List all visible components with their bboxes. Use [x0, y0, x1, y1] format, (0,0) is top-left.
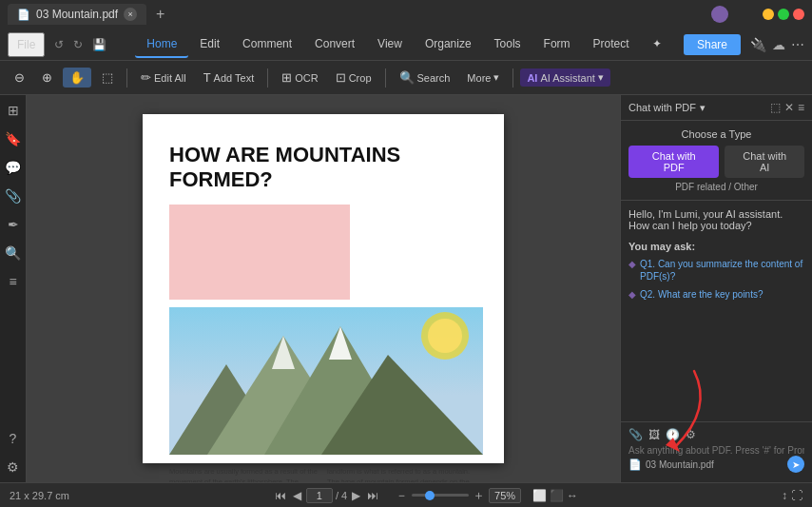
- more-icon[interactable]: ⋯: [791, 37, 804, 52]
- text-icon: T: [203, 70, 211, 85]
- search-icon: 🔍: [399, 70, 415, 85]
- tab-tools[interactable]: Tools: [483, 31, 532, 58]
- zoom-in-status-btn[interactable]: ＋: [473, 487, 485, 504]
- tab-close-btn[interactable]: ×: [124, 8, 137, 21]
- chat-pdf-btn[interactable]: Chat with PDF: [628, 146, 719, 178]
- type-selector: Choose a Type Chat with PDF Chat with AI…: [621, 121, 812, 201]
- crop-label: Crop: [349, 72, 372, 84]
- crop-icon: ⊡: [336, 70, 346, 85]
- ai-chat-body: Hello, I'm Lumi, your AI assistant. How …: [621, 201, 812, 421]
- more-label: More: [467, 72, 491, 84]
- history-btns: ↺ ↻ 💾: [50, 36, 110, 53]
- send-btn[interactable]: ➤: [787, 456, 804, 473]
- file-menu-btn[interactable]: File: [8, 32, 45, 57]
- close-btn[interactable]: [793, 9, 804, 20]
- last-page-btn[interactable]: ⏭: [365, 489, 380, 502]
- suggestion-1[interactable]: ◆ Q1. Can you summarize the content of P…: [628, 258, 804, 283]
- search-btn[interactable]: 🔍 Search: [393, 68, 457, 88]
- tab-convert[interactable]: Convert: [303, 31, 366, 58]
- sidebar-gear-icon[interactable]: ⚙: [7, 459, 19, 475]
- more-btn[interactable]: More ▾: [460, 68, 506, 87]
- pdf-body: Mountains are usually formed as a result…: [169, 466, 477, 482]
- more-chevron-icon: ▾: [493, 71, 499, 84]
- sidebar-signature-icon[interactable]: ✒: [8, 217, 19, 232]
- ai-assistant-btn[interactable]: AI AI Assistant ▾: [520, 68, 609, 87]
- fullscreen-icon[interactable]: ⛶: [791, 489, 802, 502]
- sidebar-thumbs-icon[interactable]: ⊞: [8, 103, 19, 118]
- zoom-slider[interactable]: [412, 494, 469, 497]
- single-page-view-btn[interactable]: ⬜: [532, 489, 547, 502]
- redo-btn[interactable]: ↻: [69, 36, 87, 53]
- tab-comment[interactable]: Comment: [231, 31, 303, 58]
- toolbar-separator-4: [512, 68, 513, 88]
- add-text-btn[interactable]: T Add Text: [197, 68, 261, 88]
- statusbar: 21 x 29.7 cm ⏮ ◀ / 4 ▶ ⏭ － ＋ 75% ⬜ ⬛ ↔ ↕…: [0, 482, 812, 507]
- search-label: Search: [417, 72, 451, 84]
- toolbar-separator-2: [267, 68, 268, 88]
- tab-extra[interactable]: ✦: [641, 31, 673, 58]
- hand-tool-btn[interactable]: ✋: [63, 68, 91, 88]
- scroll-icon[interactable]: ↕: [782, 489, 787, 502]
- panel-close-icon[interactable]: ✕: [784, 101, 794, 114]
- add-text-label: Add Text: [214, 72, 255, 84]
- chat-input-field[interactable]: [628, 445, 804, 456]
- page-size-label: 21 x 29.7 cm: [10, 490, 69, 501]
- page-separator: /: [336, 490, 338, 501]
- zoom-in-btn[interactable]: ⊕: [35, 68, 59, 88]
- input-history-icon[interactable]: 🕐: [666, 428, 680, 441]
- edit-all-btn[interactable]: ✏ Edit All: [134, 68, 193, 88]
- fit-width-btn[interactable]: ↔: [567, 489, 578, 502]
- mountain-image: [169, 307, 483, 455]
- panel-header-icons: ⬚ ✕ ≡: [770, 101, 804, 114]
- tab-protect[interactable]: Protect: [582, 31, 641, 58]
- tab-view[interactable]: View: [366, 31, 414, 58]
- zoom-in-icon: ⊕: [42, 70, 52, 85]
- zoom-out-btn[interactable]: ⊖: [8, 68, 31, 88]
- pdf-title: HOW ARE MOUNTAINS FORMED?: [169, 143, 477, 193]
- cloud-icon[interactable]: ☁: [772, 37, 785, 52]
- toolbar: ⊖ ⊕ ✋ ⬚ ✏ Edit All T Add Text ⊞ OCR ⊡ Cr…: [0, 61, 812, 95]
- pink-decoration: [169, 205, 350, 300]
- double-page-view-btn[interactable]: ⬛: [550, 489, 564, 502]
- tab-organize[interactable]: Organize: [414, 31, 483, 58]
- crop-btn[interactable]: ⊡ Crop: [329, 68, 378, 88]
- first-page-btn[interactable]: ⏮: [273, 489, 288, 502]
- tab-edit[interactable]: Edit: [188, 31, 231, 58]
- tab-form[interactable]: Form: [532, 31, 582, 58]
- input-settings-icon[interactable]: ⚙: [686, 428, 696, 441]
- tab-home[interactable]: Home: [135, 31, 188, 58]
- share-btn[interactable]: Share: [684, 34, 741, 55]
- suggestion-2[interactable]: ◆ Q2. What are the key points?: [628, 288, 804, 301]
- avatar: [711, 6, 728, 23]
- sidebar-attachment-icon[interactable]: 📎: [5, 188, 21, 204]
- add-tab-btn[interactable]: +: [156, 6, 164, 23]
- q2-icon: ◆: [628, 289, 636, 300]
- sidebar-question-icon[interactable]: ?: [10, 431, 17, 446]
- input-image-icon[interactable]: 🖼: [648, 428, 660, 441]
- zoom-out-status-btn[interactable]: －: [396, 487, 408, 504]
- page-input[interactable]: [306, 488, 333, 503]
- ocr-btn[interactable]: ⊞ OCR: [275, 68, 324, 88]
- undo-btn[interactable]: ↺: [50, 36, 68, 53]
- pdf-page: HOW ARE MOUNTAINS FORMED?: [143, 114, 504, 463]
- prev-page-btn[interactable]: ◀: [291, 489, 303, 502]
- panel-settings-icon[interactable]: ≡: [798, 101, 804, 114]
- active-tab[interactable]: 📄 03 Mountain.pdf ×: [8, 4, 146, 25]
- input-attach-icon[interactable]: 📎: [628, 428, 643, 441]
- pdf-related-label: PDF related / Other: [628, 182, 804, 192]
- plugin-icon[interactable]: 🔌: [750, 37, 766, 52]
- select-tool-btn[interactable]: ⬚: [95, 68, 120, 88]
- sidebar-search-icon[interactable]: 🔍: [5, 245, 21, 261]
- panel-dropdown-icon[interactable]: ▾: [700, 102, 706, 114]
- minimize-btn[interactable]: [763, 9, 774, 20]
- sidebar-bookmark-icon[interactable]: 🔖: [5, 131, 21, 146]
- panel-external-icon[interactable]: ⬚: [770, 101, 781, 114]
- pdf-viewer[interactable]: HOW ARE MOUNTAINS FORMED?: [27, 95, 620, 482]
- save-btn[interactable]: 💾: [88, 36, 110, 53]
- next-page-btn[interactable]: ▶: [350, 489, 362, 502]
- left-sidebar: ⊞ 🔖 💬 📎 ✒ 🔍 ≡ ? ⚙: [0, 95, 27, 482]
- sidebar-comment-icon[interactable]: 💬: [5, 160, 21, 175]
- maximize-btn[interactable]: [778, 9, 789, 20]
- sidebar-layers-icon[interactable]: ≡: [9, 274, 16, 289]
- chat-ai-btn[interactable]: Chat with AI: [725, 146, 804, 178]
